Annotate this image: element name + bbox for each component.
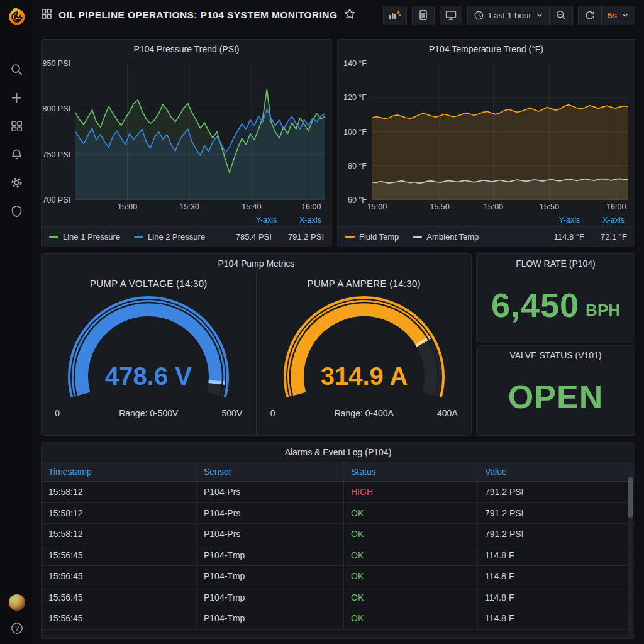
refresh-interval-picker[interactable]: 5s <box>601 6 635 25</box>
column-header-status[interactable]: Status <box>343 462 477 481</box>
table-row: 15:58:12 P104-Prs OK 791.2 PSI <box>42 503 635 525</box>
table-row: 15:56:45 P104-Tmp OK 114.8 F <box>42 587 635 609</box>
analytics-button[interactable] <box>383 6 407 25</box>
x-axis-labels: 15:00 15.50 15:00 15:50 16:00 <box>372 203 628 214</box>
column-header-sensor[interactable]: Sensor <box>196 462 343 481</box>
flow-rate-value: 6,450 <box>491 286 579 325</box>
alerting-bell-icon[interactable] <box>10 147 24 161</box>
admin-shield-icon[interactable] <box>10 204 24 218</box>
report-button[interactable] <box>412 6 435 25</box>
pump-metrics-panel: P104 Pump Metrics PUMP A VOLTAGE (14:30)… <box>41 253 472 436</box>
time-range-label: Last 1 hour <box>489 11 531 20</box>
gauge-min-label: 0 <box>55 408 60 418</box>
table-row: 15:56:45 P104-Tmp OK 114.8 F <box>42 545 635 567</box>
ampere-gauge: PUMP A AMPERE (14:30) 314.9 A 0 Range: 0… <box>256 273 472 435</box>
x-axis-labels: 15:00 15:30 15:40 16:00 <box>75 203 325 214</box>
status-badge: OK <box>343 608 477 629</box>
x-axis-link[interactable]: X-axis <box>299 216 321 225</box>
top-header: OIL PIPELINE OPERATIONS: P104 SYSTEM MON… <box>33 0 644 30</box>
refresh-icon <box>584 9 596 21</box>
user-avatar[interactable] <box>9 594 25 611</box>
table-row-partial <box>42 630 635 636</box>
flow-rate-panel: FLOW RATE (P104) 6,450 BPH <box>476 253 635 343</box>
page-title: OIL PIPELINE OPERATIONS: P104 SYSTEM MON… <box>58 9 337 21</box>
zoom-out-icon <box>555 9 567 21</box>
legend-item[interactable]: Line 1 Pressure <box>49 232 120 242</box>
panel-title: P104 Pump Metrics <box>42 254 471 273</box>
series-last-value: 791.2 PSI <box>288 232 324 242</box>
panel-title: VALVE STATUS (V101) <box>477 346 635 365</box>
refresh-interval-label: 5s <box>608 11 617 20</box>
sidebar: ? <box>0 0 33 644</box>
series-color-swatch <box>345 236 355 238</box>
panel-title: Alarms & Event Log (P104) <box>42 443 635 462</box>
pressure-trend-panel: P104 Pressure Trend (PSI) 850 PSI 800 PS… <box>41 39 332 247</box>
gauge-max-label: 500V <box>222 408 243 418</box>
series-color-swatch <box>134 236 143 238</box>
gauge-max-label: 400A <box>437 408 458 418</box>
dashboards-icon[interactable] <box>10 119 24 133</box>
valve-status-value: OPEN <box>508 378 603 416</box>
table-scrollbar <box>628 464 633 635</box>
clock-icon <box>474 10 484 21</box>
gauge-range-label: Range: 0-400A <box>335 408 394 418</box>
create-plus-icon[interactable] <box>10 91 24 104</box>
refresh-group: 5s <box>578 6 635 25</box>
time-picker-group: Last 1 hour <box>467 6 573 25</box>
legend-item[interactable]: Line 2 Pressure <box>134 232 205 242</box>
series-color-swatch <box>49 236 58 238</box>
series-last-value: 114.8 °F <box>554 232 584 242</box>
flow-rate-unit: BPH <box>586 301 620 320</box>
chart-legend: Fluid Temp Ambient Temp 114.8 °F 72.1 °F <box>338 226 635 247</box>
status-badge: OK <box>343 503 477 524</box>
table-row: 15:58:12 P104-Prs HIGH 791.2 PSI <box>42 482 635 503</box>
search-icon[interactable] <box>10 62 24 76</box>
panel-title: P104 Temperature Trend (°F) <box>338 40 635 58</box>
table-row: 15:56:45 P104-Tmp OK 114.8 F <box>42 566 635 587</box>
panel-title: P104 Pressure Trend (PSI) <box>42 40 331 58</box>
series-last-value: 785.4 PSI <box>236 232 272 242</box>
status-badge: HIGH <box>343 482 477 502</box>
status-badge: OK <box>343 524 477 545</box>
temperature-plot-area[interactable] <box>372 64 628 200</box>
series-color-swatch <box>413 236 422 238</box>
column-header-timestamp[interactable]: Timestamp <box>42 462 196 481</box>
grafana-logo-icon[interactable] <box>6 6 28 27</box>
valve-status-panel: VALVE STATUS (V101) OPEN <box>476 345 635 436</box>
panel-title: FLOW RATE (P104) <box>477 254 635 273</box>
scrollbar-thumb[interactable] <box>628 477 633 518</box>
refresh-button[interactable] <box>579 6 601 25</box>
dashboard-grid-icon[interactable] <box>41 8 52 22</box>
legend-item[interactable]: Ambient Temp <box>413 232 479 242</box>
star-favorite-icon[interactable] <box>343 8 356 23</box>
gauge-min-label: 0 <box>270 408 275 418</box>
toolbar: Last 1 hour 5s <box>383 6 635 25</box>
alarms-log-panel: Alarms & Event Log (P104) Timestamp Sens… <box>41 442 635 639</box>
pressure-plot-area[interactable] <box>75 64 325 200</box>
y-axis-labels: 850 PSI 800 PSI 750 PSI 700 PSI <box>42 64 75 200</box>
status-badge: OK <box>343 545 477 566</box>
chart-legend: Line 1 Pressure Line 2 Pressure 785.4 PS… <box>42 226 331 247</box>
legend-item[interactable]: Fluid Temp <box>345 232 399 242</box>
gauge-value: 478.6 V <box>105 362 192 390</box>
chevron-down-icon <box>536 11 543 19</box>
table-row: 15:56:45 P104-Tmp OK 114.8 F <box>42 608 635 630</box>
time-range-picker[interactable]: Last 1 hour <box>468 6 549 25</box>
gauge-title: PUMP A AMPERE (14:30) <box>308 278 421 289</box>
y-axis-link[interactable]: Y-axis <box>256 216 277 225</box>
column-header-value[interactable]: Value <box>477 462 635 481</box>
chevron-down-icon <box>621 11 629 19</box>
x-axis-link[interactable]: X-axis <box>602 216 625 225</box>
settings-gear-icon[interactable] <box>10 175 24 189</box>
help-icon[interactable]: ? <box>10 621 24 635</box>
table-row: 15:58:12 P104-Prs OK 791.2 PSI <box>42 524 635 545</box>
y-axis-link[interactable]: Y-axis <box>559 216 580 225</box>
voltage-gauge: PUMP A VOLTAGE (14:30) 478.6 V 0 Range: … <box>42 273 256 435</box>
zoom-out-button[interactable] <box>549 6 572 25</box>
temperature-trend-panel: P104 Temperature Trend (°F) 140 °F 120 °… <box>337 39 635 247</box>
table-header: Timestamp Sensor Status Value <box>42 462 635 482</box>
table-body: 15:58:12 P104-Prs HIGH 791.2 PSI 15:58:1… <box>42 482 635 636</box>
tv-kiosk-button[interactable] <box>440 6 462 25</box>
sidebar-menu <box>10 62 24 218</box>
y-axis-labels: 140 °F 120 °F 100 °F 80 °F 60 °F <box>338 64 372 200</box>
